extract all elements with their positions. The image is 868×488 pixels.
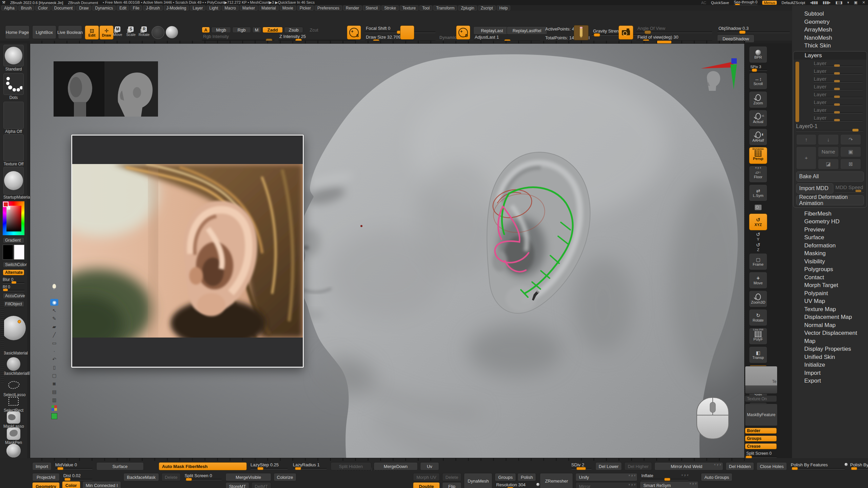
- camera-icon-button[interactable]: [618, 25, 633, 40]
- material-basicmaterialb[interactable]: BasicMaterialB: [3, 357, 24, 376]
- spix-slider[interactable]: SPix 3: [749, 65, 767, 71]
- tool-panel-section[interactable]: Export: [792, 377, 868, 385]
- midvalue-slider[interactable]: MidValue 0: [54, 462, 94, 469]
- uv-button[interactable]: Uv: [420, 462, 439, 470]
- strip-button[interactable]: Transp: [749, 346, 767, 363]
- layer-slider-row[interactable]: Layer: [793, 99, 867, 106]
- reference-tool[interactable]: ◉: [50, 299, 58, 306]
- menu-item[interactable]: Layer: [190, 5, 205, 11]
- tool-panel-section[interactable]: Deformation: [792, 242, 868, 250]
- strip-button[interactable]: AAHalf: [749, 128, 767, 145]
- reference-image-window[interactable]: [71, 135, 304, 368]
- tool-panel-section[interactable]: Displacement Map: [792, 313, 868, 321]
- strip-button[interactable]: Move: [749, 272, 767, 289]
- layer-new-button[interactable]: +: [796, 146, 816, 169]
- reference-strip[interactable]: [54, 61, 158, 117]
- tool-panel-section[interactable]: Geometry HD: [792, 218, 868, 226]
- delete-button-2[interactable]: Delete: [442, 473, 462, 481]
- zcut-button[interactable]: Zcut: [304, 27, 323, 33]
- layer-up-button[interactable]: ↑: [796, 134, 816, 145]
- store-mt-button[interactable]: StoreMT: [225, 482, 249, 488]
- reference-tool[interactable]: ▥: [50, 396, 58, 403]
- scale-mode-button[interactable]: S Scale: [125, 26, 137, 37]
- strip-button[interactable]: Frame: [749, 253, 767, 270]
- menu-item[interactable]: J-Modeling: [164, 5, 189, 11]
- divider-right-icon[interactable]: ▮▮▮▸: [823, 0, 831, 5]
- reference-tool[interactable]: ╱: [50, 331, 58, 338]
- menu-item[interactable]: Draw: [76, 5, 91, 11]
- split-screen-slider-right[interactable]: Split Screen 0: [745, 451, 777, 458]
- obj-shadow-slider[interactable]: ObjShadow 0.3: [717, 26, 790, 33]
- zsub-button[interactable]: Zsub: [284, 27, 303, 33]
- menu-item[interactable]: Transform: [433, 5, 457, 11]
- tray-divider-left[interactable]: [1, 298, 4, 383]
- gradient-button[interactable]: Gradient: [3, 237, 24, 243]
- menu-item[interactable]: Zplugin: [458, 5, 477, 11]
- tool-panel-section[interactable]: Normal Map: [792, 321, 868, 329]
- reference-tool[interactable]: ▢: [50, 372, 58, 379]
- del-lower-button[interactable]: Del Lower: [595, 462, 622, 470]
- menu-item[interactable]: Document: [52, 5, 76, 11]
- layer-delete-button[interactable]: ⊠: [840, 159, 861, 169]
- blur-slider[interactable]: Blur 0: [3, 277, 24, 284]
- reference-tool[interactable]: ▰: [50, 323, 58, 330]
- material-basicmaterial[interactable]: BasicMaterial: [3, 350, 24, 355]
- rgb-button[interactable]: Rgb: [232, 27, 251, 33]
- accucurve-button[interactable]: AccuCurve: [3, 293, 24, 299]
- draw-mode-button[interactable]: ✛ Draw: [99, 25, 114, 40]
- tool-panel-section[interactable]: Import: [792, 369, 868, 377]
- menu-item[interactable]: Material: [259, 5, 279, 11]
- record-deformation-button[interactable]: Record Deformation Animation: [796, 195, 864, 205]
- color-button[interactable]: Color: [62, 481, 80, 488]
- sculpt-brush-icon-button[interactable]: S: [347, 25, 361, 40]
- menu-item[interactable]: Macro: [222, 5, 238, 11]
- default-zscript-button[interactable]: DefaultZScript: [782, 1, 805, 5]
- double-button[interactable]: Double: [413, 482, 440, 488]
- menu-item[interactable]: Light: [206, 5, 221, 11]
- polish-by-features-slider[interactable]: Polish By Features: [789, 462, 846, 469]
- inflate-slider[interactable]: Inflatex y z: [640, 473, 690, 480]
- material-thumbnail-startup[interactable]: StartupMaterial: [3, 167, 24, 200]
- del-hidden-button[interactable]: Del Hidden: [726, 462, 754, 470]
- replay-brush-icon-button[interactable]: [400, 25, 414, 40]
- tool-panel-section[interactable]: Preview: [792, 226, 868, 234]
- tool-panel-section[interactable]: Masking: [792, 249, 868, 258]
- tool-panel-section[interactable]: Thick Skin: [792, 42, 868, 50]
- brush-selectrect[interactable]: SelectRect: [3, 396, 24, 413]
- tool-panel-section[interactable]: UV Map: [792, 297, 868, 305]
- strip-button[interactable]: L.Sym: [749, 184, 767, 201]
- mirror-button[interactable]: Mirrorx y z: [575, 482, 637, 488]
- mdd-speed-slider[interactable]: MDD Speed: [835, 183, 864, 194]
- tool-panel-section[interactable]: Unified Skin: [792, 353, 868, 361]
- home-page-button[interactable]: Home Page: [5, 25, 29, 39]
- strip-button[interactable]: Actual: [749, 110, 767, 127]
- delete-button[interactable]: Delete: [161, 473, 181, 481]
- min-connected-button[interactable]: Min Connected I: [82, 481, 121, 488]
- mask-by-feature-button[interactable]: MaskByFeature: [745, 404, 777, 426]
- menu-item[interactable]: Render: [343, 5, 362, 11]
- polish-by-groups-slider[interactable]: Polish By Groups: [849, 462, 868, 469]
- stroke-thumbnail-dots[interactable]: Dots: [3, 73, 24, 100]
- zbrush-sphere-thumbnail[interactable]: [166, 26, 178, 38]
- layer-duplicate-button[interactable]: ▣: [840, 146, 861, 157]
- stroke-preview-thumbnail[interactable]: [152, 26, 164, 39]
- edit-mode-button[interactable]: ⊡ Edit: [85, 25, 99, 40]
- alpha-thumbnail[interactable]: Alpha Off: [3, 102, 24, 134]
- mirror-and-weld-button[interactable]: Mirror And Weldx y z: [654, 462, 723, 470]
- main-color-swatch[interactable]: [3, 245, 13, 260]
- backface-mask-button[interactable]: BackfaceMask: [123, 473, 159, 481]
- colorize-button[interactable]: Colorize: [274, 473, 297, 481]
- strip-button[interactable]: Scroll: [749, 73, 767, 89]
- tool-panel-section[interactable]: Display Properties: [792, 345, 868, 353]
- palette-icon[interactable]: [50, 405, 58, 411]
- del-higher-button[interactable]: Del Higher: [624, 462, 652, 470]
- unify-button[interactable]: Unifyx y z: [575, 473, 637, 481]
- menu-item[interactable]: J-Brush: [143, 5, 162, 11]
- camera-axis-gizmo[interactable]: [701, 58, 737, 106]
- dist-slider[interactable]: Dist 0.02: [62, 473, 94, 480]
- lightbox-button[interactable]: LightBox: [32, 25, 56, 39]
- reference-tool[interactable]: ▤: [50, 388, 58, 395]
- brush-maskpen[interactable]: MaskPen: [3, 428, 24, 445]
- auto-groups-button[interactable]: Auto Groups: [701, 473, 732, 481]
- merge-visible-button[interactable]: MergeVisible: [225, 473, 271, 481]
